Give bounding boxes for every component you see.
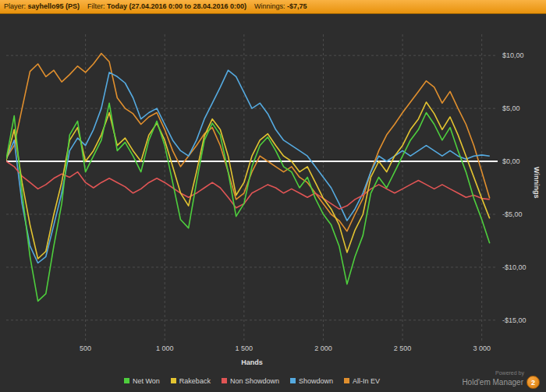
- legend-swatch-icon: [124, 378, 129, 383]
- player-value: sayhello95 (PS): [28, 2, 80, 10]
- winnings-info: Winnings: -$7,75: [254, 2, 307, 10]
- legend-swatch-icon: [344, 378, 349, 383]
- player-info: Player: sayhello95 (PS): [4, 2, 80, 10]
- filter-value: Today (27.04.2016 0:00 to 28.04.2016 0:0…: [107, 2, 246, 10]
- x-tick-label: 2 500: [387, 344, 418, 352]
- legend-item-showdown[interactable]: Showdown: [290, 377, 333, 385]
- filter-info: Filter: Today (27.04.2016 0:00 to 28.04.…: [87, 2, 246, 10]
- legend-swatch-icon: [290, 378, 296, 383]
- y-tick-label: -$15,00: [502, 316, 526, 324]
- x-tick-label: 500: [70, 344, 101, 352]
- legend-swatch-icon: [222, 378, 227, 383]
- winnings-value: -$7,75: [287, 2, 307, 10]
- legend: Net WonRakebackNon ShowdownShowdownAll-I…: [6, 373, 498, 387]
- y-tick-label: -$10,00: [502, 263, 526, 271]
- legend-label: All-In EV: [353, 377, 380, 385]
- powered-by: Powered by Hold'em Manager 2: [462, 370, 540, 389]
- x-tick-label: 3 000: [466, 344, 498, 352]
- y-tick-label: $5,00: [502, 104, 520, 112]
- player-label: Player:: [4, 2, 26, 10]
- status-bar: Player: sayhello95 (PS)Filter: Today (27…: [0, 0, 546, 14]
- filter-label: Filter:: [87, 2, 105, 10]
- legend-item-net-won[interactable]: Net Won: [124, 377, 160, 385]
- legend-label: Non Showdown: [230, 377, 279, 385]
- hm2-logo-icon: 2: [526, 376, 540, 389]
- winnings-chart: $10,00$5,00$0,00-$5,00-$10,00-$15,00 500…: [0, 14, 546, 392]
- x-tick-label: 1 500: [229, 344, 260, 352]
- legend-label: Net Won: [133, 377, 160, 385]
- x-tick-label: 1 000: [149, 344, 180, 352]
- legend-label: Rakeback: [179, 377, 211, 385]
- legend-swatch-icon: [171, 378, 176, 383]
- winnings-label: Winnings:: [254, 2, 285, 10]
- y-tick-label: -$5,00: [502, 210, 523, 218]
- y-axis-title: Winnings: [533, 167, 541, 198]
- legend-label: Showdown: [299, 377, 333, 385]
- brand-row: Hold'em Manager 2: [462, 376, 540, 389]
- powered-by-text: Powered by: [462, 370, 524, 376]
- brand-name: Hold'em Manager: [462, 378, 523, 387]
- series-all-in-ev: [6, 54, 490, 231]
- x-tick-label: 2 000: [307, 344, 339, 352]
- series-showdown: [6, 70, 490, 263]
- y-tick-label: $0,00: [502, 157, 520, 165]
- chart-plot: [6, 34, 498, 341]
- legend-item-non-showdown[interactable]: Non Showdown: [222, 377, 279, 385]
- y-tick-label: $10,00: [502, 51, 524, 59]
- legend-item-rakeback[interactable]: Rakeback: [171, 377, 211, 385]
- legend-item-all-in-ev[interactable]: All-In EV: [344, 377, 380, 385]
- x-axis-title: Hands: [6, 358, 498, 366]
